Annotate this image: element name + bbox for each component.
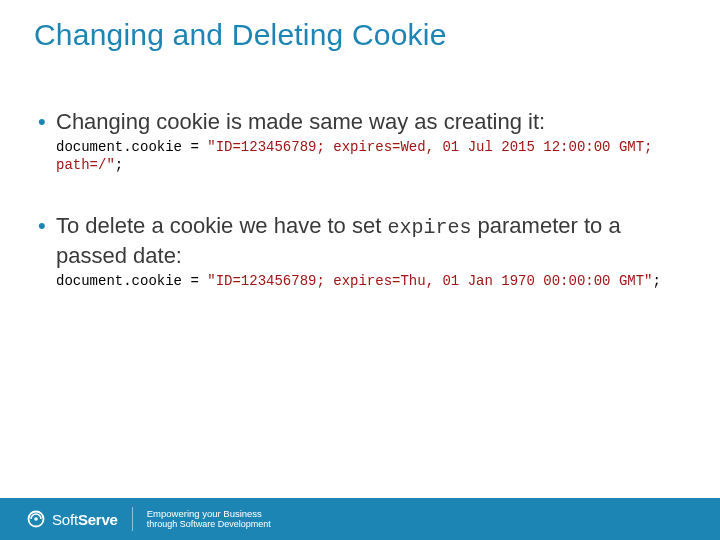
code-snippet: document.cookie = "ID=123456789; expires… bbox=[56, 272, 684, 290]
bullet-text: Changing cookie is made same way as crea… bbox=[56, 108, 684, 136]
content-area: Changing cookie is made same way as crea… bbox=[36, 108, 684, 328]
code-segment: ; bbox=[115, 157, 123, 173]
code-string: "ID=123456789; expires=Thu, 01 Jan 1970 … bbox=[207, 273, 652, 289]
code-segment: ; bbox=[653, 273, 661, 289]
tagline-top: Empowering your Business bbox=[147, 508, 271, 519]
brand-name: SoftServe bbox=[52, 511, 118, 528]
tagline: Empowering your Business through Softwar… bbox=[147, 508, 271, 530]
footer-bar: SoftServe Empowering your Business throu… bbox=[0, 498, 720, 540]
brand-logo: SoftServe bbox=[26, 509, 118, 529]
inline-code: expires bbox=[387, 216, 471, 239]
code-segment: document.cookie = bbox=[56, 139, 207, 155]
svg-point-1 bbox=[34, 517, 38, 521]
code-segment: document.cookie = bbox=[56, 273, 207, 289]
tagline-bottom: through Software Development bbox=[147, 519, 271, 530]
slide-title: Changing and Deleting Cookie bbox=[34, 18, 447, 52]
text-segment: To delete a cookie we have to set bbox=[56, 213, 387, 238]
swirl-icon bbox=[26, 509, 46, 529]
brand-suffix: Serve bbox=[78, 511, 118, 528]
bullet-item: Changing cookie is made same way as crea… bbox=[36, 108, 684, 174]
footer-divider bbox=[132, 507, 133, 531]
brand-prefix: Soft bbox=[52, 511, 78, 528]
bullet-text: To delete a cookie we have to set expire… bbox=[56, 212, 684, 270]
bullet-item: To delete a cookie we have to set expire… bbox=[36, 212, 684, 290]
code-snippet: document.cookie = "ID=123456789; expires… bbox=[56, 138, 684, 174]
slide: Changing and Deleting Cookie Changing co… bbox=[0, 0, 720, 540]
